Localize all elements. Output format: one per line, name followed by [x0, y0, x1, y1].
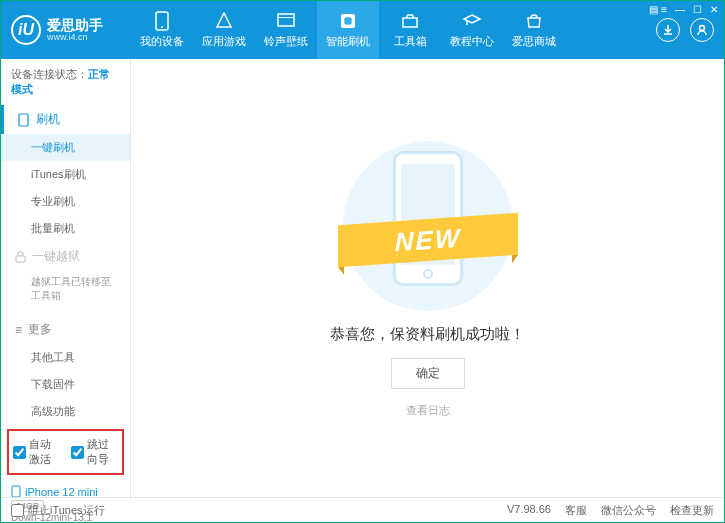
support-link[interactable]: 客服 — [565, 503, 587, 518]
app-name: 爱思助手 — [47, 18, 103, 32]
svg-rect-5 — [403, 18, 417, 27]
wallpaper-icon — [276, 11, 296, 31]
close-icon[interactable]: ✕ — [710, 4, 718, 15]
nav-flash[interactable]: 智能刷机 — [317, 1, 379, 59]
success-message: 恭喜您，保资料刷机成功啦！ — [330, 325, 525, 344]
nav-apps[interactable]: 应用游戏 — [193, 1, 255, 59]
footer: 阻止iTunes运行 V7.98.66 客服 微信公众号 检查更新 — [1, 497, 724, 522]
header-right — [656, 18, 724, 42]
success-illustration: NEW — [343, 141, 513, 311]
phone-small-icon — [18, 113, 30, 127]
sidebar-batch[interactable]: 批量刷机 — [1, 215, 130, 242]
lock-icon — [15, 251, 26, 263]
svg-rect-3 — [278, 17, 294, 18]
sidebar-flash[interactable]: 刷机 — [1, 105, 130, 134]
header: iU 爱思助手 www.i4.cn 我的设备 应用游戏 铃声壁纸 智能刷机 工具… — [1, 1, 724, 59]
confirm-button[interactable]: 确定 — [391, 358, 465, 389]
maximize-icon[interactable]: ☐ — [693, 4, 702, 15]
sidebar-jailbreak: 一键越狱 — [1, 242, 130, 271]
sidebar-oneclick[interactable]: 一键刷机 — [1, 134, 130, 161]
view-log-link[interactable]: 查看日志 — [406, 403, 450, 418]
user-button[interactable] — [690, 18, 714, 42]
toolbox-icon — [400, 11, 420, 31]
main-content: NEW 恭喜您，保资料刷机成功啦！ 确定 查看日志 — [131, 59, 724, 499]
svg-rect-8 — [16, 256, 25, 262]
apps-icon — [214, 11, 234, 31]
sidebar-other[interactable]: 其他工具 — [1, 344, 130, 371]
skip-guide-checkbox[interactable]: 跳过向导 — [71, 437, 119, 467]
svg-rect-7 — [19, 114, 28, 126]
auto-activate-checkbox[interactable]: 自动激活 — [13, 437, 61, 467]
sidebar-advanced[interactable]: 高级功能 — [1, 398, 130, 425]
sidebar: 设备连接状态：正常模式 刷机 一键刷机 iTunes刷机 专业刷机 批量刷机 一… — [1, 59, 131, 499]
version-label: V7.98.66 — [507, 503, 551, 518]
update-link[interactable]: 检查更新 — [670, 503, 714, 518]
download-button[interactable] — [656, 18, 680, 42]
logo-icon: iU — [11, 15, 41, 45]
nav-store[interactable]: 爱思商城 — [503, 1, 565, 59]
nav: 我的设备 应用游戏 铃声壁纸 智能刷机 工具箱 教程中心 爱思商城 — [131, 1, 656, 59]
jailbreak-note: 越狱工具已转移至工具箱 — [1, 271, 130, 311]
nav-tutorial[interactable]: 教程中心 — [441, 1, 503, 59]
menu-icon[interactable]: ▤ ≡ — [649, 4, 667, 15]
block-itunes-checkbox[interactable]: 阻止iTunes运行 — [11, 503, 105, 518]
sidebar-pro[interactable]: 专业刷机 — [1, 188, 130, 215]
svg-point-6 — [700, 26, 705, 31]
app-url: www.i4.cn — [47, 32, 103, 42]
svg-rect-9 — [12, 486, 20, 497]
svg-point-1 — [161, 26, 163, 28]
minimize-icon[interactable]: — — [675, 4, 685, 15]
connection-status: 设备连接状态：正常模式 — [1, 59, 130, 105]
nav-my-device[interactable]: 我的设备 — [131, 1, 193, 59]
phone-icon — [152, 11, 172, 31]
options-box: 自动激活 跳过向导 — [7, 429, 124, 475]
wechat-link[interactable]: 微信公众号 — [601, 503, 656, 518]
sidebar-itunes[interactable]: iTunes刷机 — [1, 161, 130, 188]
sidebar-firmware[interactable]: 下载固件 — [1, 371, 130, 398]
logo: iU 爱思助手 www.i4.cn — [1, 15, 131, 45]
more-icon: ≡ — [15, 323, 22, 337]
window-controls: ▤ ≡ — ☐ ✕ — [649, 4, 718, 15]
nav-tools[interactable]: 工具箱 — [379, 1, 441, 59]
svg-rect-2 — [278, 14, 294, 26]
sidebar-more[interactable]: ≡更多 — [1, 311, 130, 344]
store-icon — [524, 11, 544, 31]
tutorial-icon — [462, 11, 482, 31]
flash-icon — [338, 11, 358, 31]
nav-ringtone[interactable]: 铃声壁纸 — [255, 1, 317, 59]
